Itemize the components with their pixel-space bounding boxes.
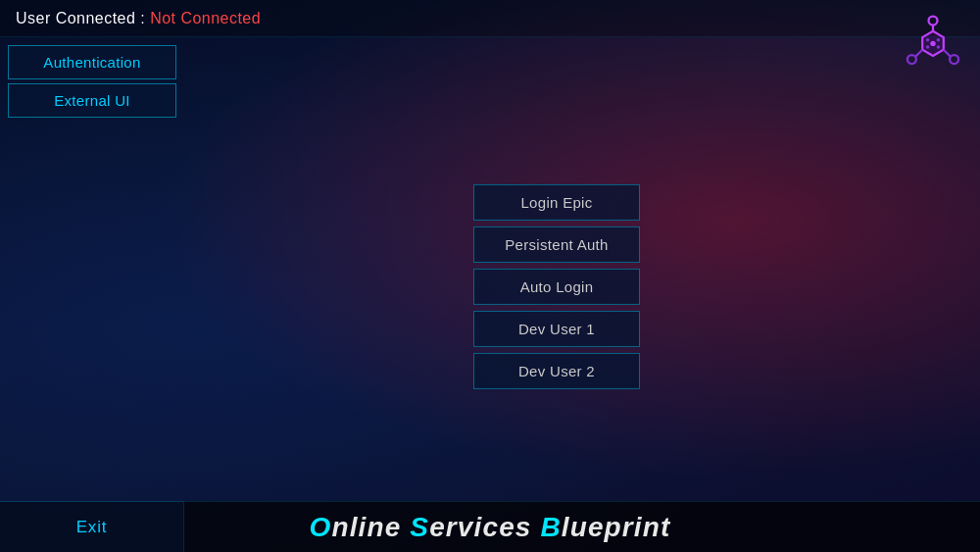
exit-area[interactable]: Exit [0, 501, 184, 552]
svg-line-6 [944, 50, 951, 57]
nav-panel: Authentication External UI [0, 37, 184, 125]
logo-icon [898, 12, 968, 82]
status-label: User Connected : [16, 10, 150, 26]
title-b: B [540, 512, 561, 542]
connection-status: User Connected : Not Connected [16, 10, 261, 27]
dev-user-2-button[interactable]: Dev User 2 [473, 352, 640, 388]
exit-label[interactable]: Exit [76, 518, 108, 537]
title-s: S [410, 512, 429, 542]
status-bar: User Connected : Not Connected [0, 0, 980, 37]
login-epic-button[interactable]: Login Epic [473, 183, 640, 220]
app-title: Online Services Blueprint [310, 512, 671, 543]
svg-point-1 [929, 17, 938, 25]
persistent-auth-button[interactable]: Persistent Auth [473, 226, 640, 262]
logo-area [890, 4, 976, 90]
dev-user-1-button[interactable]: Dev User 1 [473, 310, 640, 346]
center-panel: Login Epic Persistent Auth Auto Login De… [473, 183, 640, 388]
svg-point-10 [926, 45, 930, 49]
nav-external-ui[interactable]: External UI [8, 83, 176, 118]
svg-point-9 [937, 38, 941, 42]
title-o: O [310, 512, 332, 542]
svg-point-8 [926, 38, 930, 42]
status-value: Not Connected [150, 10, 261, 26]
svg-line-4 [915, 50, 922, 57]
svg-point-7 [930, 41, 935, 46]
nav-authentication[interactable]: Authentication [8, 45, 176, 79]
auto-login-button[interactable]: Auto Login [473, 268, 640, 304]
svg-point-11 [937, 45, 941, 49]
